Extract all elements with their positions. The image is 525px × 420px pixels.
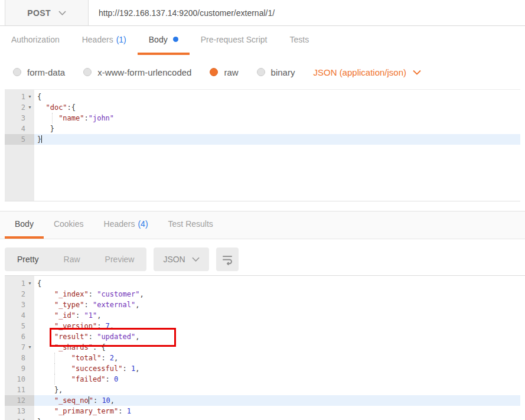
request-url-row: POST — [0, 0, 525, 26]
tab-label: Cookies — [54, 219, 84, 229]
method-select[interactable]: POST — [5, 0, 89, 25]
gutter-cell: 13 — [5, 406, 34, 416]
code-text[interactable]: } — [34, 134, 520, 145]
method-label: POST — [27, 8, 51, 18]
body-mode-option-x-www-form-urlencoded[interactable]: x-www-form-urlencoded — [83, 67, 191, 77]
tab-count-badge: (1) — [116, 35, 126, 44]
view-mode-preview[interactable]: Preview — [93, 248, 147, 271]
format-label: JSON — [163, 255, 185, 264]
code-text[interactable]: "failed": 0 — [34, 374, 520, 385]
gutter-cell: 8 — [5, 353, 34, 363]
tab-headers[interactable]: Headers(1) — [71, 26, 138, 55]
fold-toggle-icon[interactable]: ▾ — [25, 102, 34, 113]
body-mode-label: raw — [224, 67, 238, 77]
code-text[interactable]: }, — [34, 385, 520, 395]
request-tabs: AuthorizationHeaders(1)BodyPre-request S… — [0, 26, 525, 55]
gutter-cell: 4 — [5, 123, 34, 134]
code-text[interactable]: } — [34, 123, 520, 134]
indent-guide — [54, 363, 55, 374]
chevron-down-icon — [413, 70, 421, 75]
code-text[interactable]: "_seq_no": 10, — [34, 395, 520, 406]
view-mode-raw[interactable]: Raw — [51, 248, 93, 271]
code-line-1: 1▾{ — [5, 278, 520, 289]
gutter-cell: 5 — [5, 321, 34, 331]
code-line-1: 1▾{ — [5, 92, 520, 102]
gutter-cell: 3 — [5, 113, 34, 123]
tab-pre-request-script[interactable]: Pre-request Script — [190, 26, 279, 55]
code-line-7: 7▾ "_shards": { — [5, 342, 520, 353]
view-mode-pretty[interactable]: Pretty — [5, 248, 51, 271]
tab-label: Headers — [82, 35, 113, 44]
line-number: 11 — [17, 386, 25, 394]
body-mode-row: form-datax-www-form-urlencodedrawbinary … — [0, 55, 525, 89]
code-text[interactable]: "_index": "customer", — [34, 289, 520, 299]
code-text[interactable]: "_primary_term": 1 — [34, 406, 520, 416]
code-line-5: 5} — [5, 134, 520, 145]
code-text[interactable]: "_version": 7, — [34, 321, 520, 331]
content-type-select[interactable]: JSON (application/json) — [313, 67, 421, 77]
line-number: 7 — [21, 343, 25, 351]
url-input[interactable] — [89, 0, 525, 25]
gutter-cell: 1▾ — [5, 278, 34, 289]
radio-icon — [257, 68, 265, 76]
code-line-13: 13 "_primary_term": 1 — [5, 406, 520, 416]
tab-label: Body — [15, 219, 34, 229]
gutter-cell: 4 — [5, 310, 34, 321]
wrap-text-icon — [221, 253, 234, 266]
gutter-cell: 1▾ — [5, 92, 34, 102]
gutter-cell: 10 — [5, 374, 34, 385]
code-text[interactable]: "_type": "external", — [34, 299, 520, 310]
tab-test-results[interactable]: Test Results — [158, 211, 223, 239]
fold-toggle-icon[interactable]: ▾ — [25, 92, 34, 102]
code-line-2: 2 "_index": "customer", — [5, 289, 520, 299]
code-text[interactable]: "result": "updated", — [34, 331, 520, 342]
code-line-10: 10 "failed": 0 — [5, 374, 520, 385]
line-number: 12 — [17, 396, 25, 405]
code-text[interactable]: "_id": "1", — [34, 310, 520, 321]
text-cursor — [41, 135, 42, 143]
line-number: 1 — [21, 279, 25, 288]
tab-label: Body — [149, 35, 168, 44]
gutter-cell: 7▾ — [5, 342, 34, 353]
code-text[interactable]: "total": 2, — [34, 353, 520, 363]
tab-authorization[interactable]: Authorization — [0, 26, 71, 55]
line-number: 8 — [21, 354, 25, 362]
code-line-2: 2▾ "doc":{ — [5, 102, 520, 113]
code-text[interactable]: } — [34, 416, 520, 420]
wrap-text-button[interactable] — [216, 248, 239, 271]
code-line-5: 5 "_version": 7, — [5, 321, 520, 331]
tab-label: Test Results — [168, 219, 213, 229]
body-mode-radios: form-datax-www-form-urlencodedrawbinary — [13, 67, 313, 77]
tab-body[interactable]: Body — [138, 26, 190, 55]
tab-cookies[interactable]: Cookies — [44, 211, 94, 239]
fold-toggle-icon[interactable]: ▾ — [25, 342, 34, 353]
request-body-editor[interactable]: 1▾{2▾ "doc":{3 "name":"john"4 }5} — [5, 89, 520, 201]
line-number: 1 — [21, 93, 25, 101]
format-select[interactable]: JSON — [154, 248, 208, 271]
code-text[interactable]: "_shards": { — [34, 342, 520, 353]
tab-headers[interactable]: Headers(4) — [94, 211, 158, 239]
body-mode-label: x-www-form-urlencoded — [97, 67, 191, 77]
line-number: 9 — [21, 364, 25, 373]
radio-icon — [83, 68, 92, 76]
code-text[interactable]: { — [34, 278, 520, 289]
response-body-editor[interactable]: 1▾{2 "_index": "customer",3 "_type": "ex… — [5, 275, 525, 420]
code-line-9: 9 "successful": 1, — [5, 363, 520, 374]
gutter-cell: 11 — [5, 385, 34, 395]
body-mode-option-raw[interactable]: raw — [210, 67, 238, 77]
code-text[interactable]: "doc":{ — [34, 102, 520, 113]
fold-toggle-icon[interactable]: ▾ — [25, 278, 34, 289]
line-number: 4 — [21, 311, 25, 320]
code-text[interactable]: { — [34, 92, 520, 102]
body-mode-option-binary[interactable]: binary — [257, 67, 295, 77]
indent-guide — [54, 374, 55, 385]
code-text[interactable]: "name":"john" — [34, 113, 520, 123]
code-text[interactable]: "successful": 1, — [34, 363, 520, 374]
body-mode-option-form-data[interactable]: form-data — [13, 67, 65, 77]
tab-tests[interactable]: Tests — [279, 26, 321, 55]
view-mode-switcher: PrettyRawPreview — [5, 248, 146, 271]
line-number: 13 — [17, 407, 25, 415]
code-line-4: 4 "_id": "1", — [5, 310, 520, 321]
tab-body[interactable]: Body — [5, 211, 44, 239]
postman-app: POST AuthorizationHeaders(1)BodyPre-requ… — [0, 0, 525, 420]
